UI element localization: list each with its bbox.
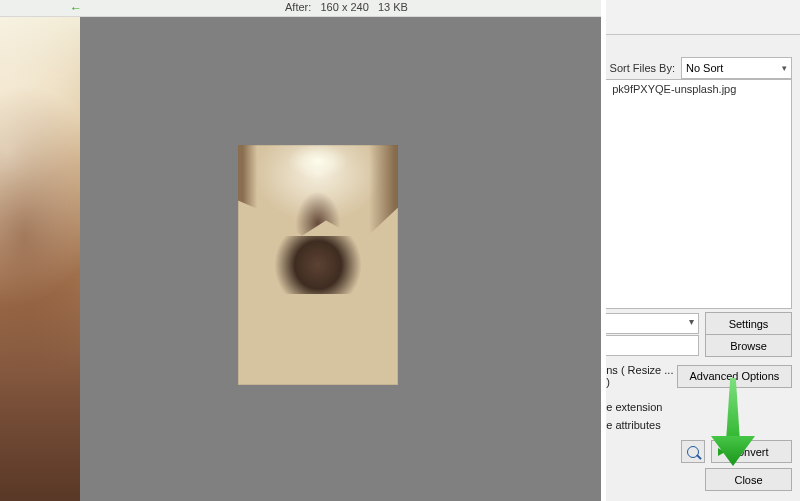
after-dimensions: 160 x 240 [320,1,368,13]
before-thumbnail [0,17,80,501]
checkbox-extension-label[interactable]: e extension [606,398,662,416]
checkbox-attributes-label[interactable]: e attributes [606,416,662,434]
browse-button[interactable]: Browse [705,334,792,357]
advanced-options-button[interactable]: Advanced Options [677,365,792,388]
after-size: 13 KB [378,1,408,13]
convert-button[interactable]: Convert [711,440,792,463]
after-label: After: [285,1,311,13]
options-title: ns ( Resize ... ) [606,364,677,388]
format-row: Settings [606,312,792,335]
bottom-buttons: Convert Close [681,440,792,491]
sort-selected: No Sort [686,62,723,74]
format-select[interactable] [606,313,699,334]
convert-label: Convert [730,446,769,458]
sort-label: Sort Files By: [610,62,675,74]
sort-row: Sort Files By: No Sort ▾ [610,57,792,79]
options-row: ns ( Resize ... ) Advanced Options [606,364,792,388]
after-thumbnail [238,145,398,385]
preview-topbar: ← After: 160 x 240 13 KB [0,0,601,17]
panel-header-strip [606,0,800,35]
output-path-input[interactable] [606,335,699,356]
back-arrow-icon[interactable]: ← [70,2,82,14]
sort-select[interactable]: No Sort ▾ [681,57,792,79]
checkbox-labels: e extension e attributes [606,398,662,434]
file-list[interactable]: pk9fPXYQE-unsplash.jpg [606,79,792,309]
convert-row: Convert [681,440,792,463]
preview-area[interactable] [0,17,601,501]
close-button[interactable]: Close [705,468,792,491]
play-icon [718,448,725,456]
preview-button[interactable] [681,440,705,463]
magnifier-icon [687,446,699,458]
chevron-down-icon: ▾ [782,63,787,73]
right-panel: Sort Files By: No Sort ▾ pk9fPXYQE-unspl… [601,0,800,501]
preview-column: ← After: 160 x 240 13 KB [0,0,601,501]
settings-button[interactable]: Settings [705,312,792,335]
after-info: After: 160 x 240 13 KB [285,1,408,13]
output-row: Browse [606,334,792,357]
app-root: ← After: 160 x 240 13 KB Sort Files By: … [0,0,800,501]
file-list-item[interactable]: pk9fPXYQE-unsplash.jpg [612,83,736,95]
